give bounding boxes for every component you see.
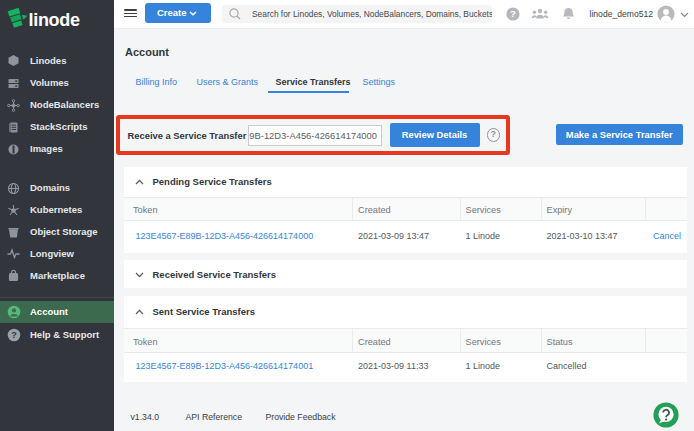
svg-text:?: ?	[510, 8, 516, 19]
svg-text:linode: linode	[29, 10, 80, 30]
svg-text:?: ?	[11, 330, 17, 340]
